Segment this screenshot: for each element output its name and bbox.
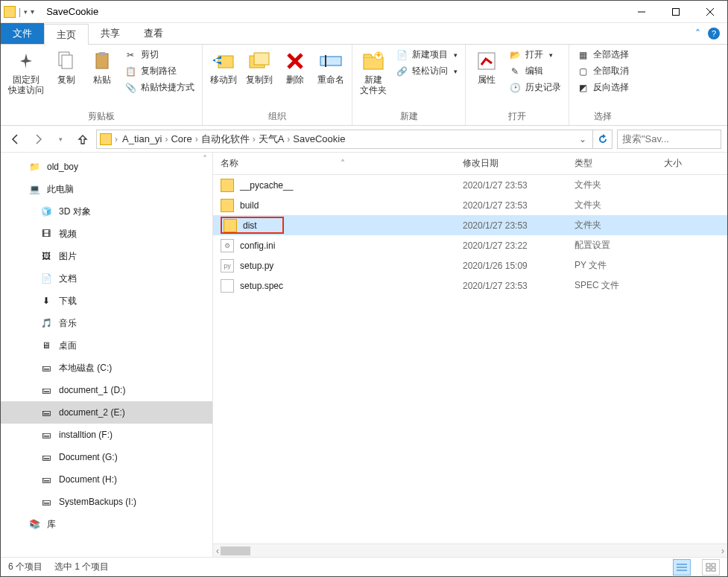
nav-item[interactable]: 🖼图片 [1,245,212,267]
cut-button[interactable]: ✂剪切 [123,48,196,62]
qat-overflow-icon[interactable]: ▾ [31,7,34,16]
selection-count: 选中 1 个项目 [54,561,109,573]
nav-item[interactable]: 🎵音乐 [1,312,212,334]
nav-item[interactable]: 🖴SystemBackups (I:) [1,491,212,513]
nav-item[interactable]: ⬇下载 [1,290,212,312]
new-folder-button[interactable]: ✦ 新建 文件夹 [355,46,391,99]
col-type[interactable]: 类型 [567,157,656,170]
chevron-right-icon[interactable]: › [115,134,118,144]
nav-item[interactable]: 🎞视频 [1,223,212,245]
details-view-button[interactable] [673,559,691,576]
scroll-thumb[interactable] [221,546,250,555]
col-date[interactable]: 修改日期 [455,157,567,170]
nav-pane[interactable]: ˄ 📁old_boy💻此电脑🧊3D 对象🎞视频🖼图片📄文档⬇下载🎵音乐🖥桌面🖴本… [1,153,213,557]
nav-item[interactable]: 📚库 [1,513,212,535]
col-name[interactable]: 名称˄ [213,157,455,170]
dropdown-icon: ▾ [454,51,458,59]
scroll-up-icon[interactable]: ˄ [199,154,211,166]
tab-view[interactable]: 查看 [132,23,175,44]
open-button[interactable]: 📂打开▾ [507,48,563,62]
table-row[interactable]: __pycache__2020/1/27 23:53文件夹 [213,175,727,195]
col-size[interactable]: 大小 [656,157,727,170]
crumb-segment[interactable]: 天气A [256,133,288,144]
move-to-icon [212,49,235,73]
invert-selection-button[interactable]: ◩反向选择 [575,80,630,95]
crumb-segment[interactable]: Core [168,133,194,144]
new-folder-icon: ✦ [361,49,385,73]
svg-rect-27 [712,568,715,571]
table-row[interactable]: dist2020/1/27 23:53文件夹 [213,215,727,235]
forward-button[interactable] [29,130,47,148]
breadcrumb[interactable]: › A_tian_yi›Core›自动化软件›天气A›SaveCookie ⌄ [96,130,593,149]
file-list[interactable]: __pycache__2020/1/27 23:53文件夹build2020/1… [213,175,727,543]
tab-share[interactable]: 共享 [89,23,132,44]
address-dropdown-icon[interactable]: ⌄ [576,134,589,144]
qat-dropdown-icon[interactable]: ▾ [24,8,28,16]
new-item-button[interactable]: 📄新建项目▾ [394,48,459,62]
table-row[interactable]: setup.spec2020/1/27 23:53SPEC 文件 [213,275,727,296]
close-button[interactable] [693,1,727,23]
main-split: ˄ 📁old_boy💻此电脑🧊3D 对象🎞视频🖼图片📄文档⬇下载🎵音乐🖥桌面🖴本… [1,153,727,557]
move-to-button[interactable]: 移动到 [206,46,241,88]
history-button[interactable]: 🕑历史记录 [507,80,563,95]
copy-button[interactable]: 复制 [48,46,84,88]
nav-item[interactable]: 🖴installtion (F:) [1,424,212,446]
ribbon-tabs: 文件 主页 共享 查看 ˄ ? [1,23,727,44]
table-row[interactable]: pysetup.py2020/1/26 15:09PY 文件 [213,255,727,275]
file-date: 2020/1/27 23:53 [455,281,567,291]
refresh-button[interactable] [593,130,613,149]
help-icon[interactable]: ? [708,28,720,39]
nav-item[interactable]: 🖴Document (G:) [1,446,212,468]
table-row[interactable]: ⚙config.ini2020/1/27 23:22配置设置 [213,235,727,255]
thumbnails-view-button[interactable] [702,559,720,576]
back-button[interactable] [7,130,25,148]
scroll-left-icon[interactable]: ‹ [216,546,219,556]
tab-file[interactable]: 文件 [1,23,44,44]
maximize-button[interactable] [659,1,693,23]
nav-item[interactable]: 💻此电脑 [1,178,212,200]
select-all-icon: ▦ [577,49,589,61]
nav-item[interactable]: 📁old_boy [1,156,212,178]
delete-button[interactable]: 删除 [277,46,313,88]
crumb-segment[interactable]: SaveCookie [290,133,348,144]
horizontal-scrollbar[interactable]: ‹ › [213,543,727,557]
nav-item[interactable]: 🖴document_2 (E:) [1,401,212,424]
drive-icon: 🖴 [39,428,53,441]
file-type: 文件夹 [567,179,656,191]
item-count: 6 个项目 [8,561,42,573]
easy-access-button[interactable]: 🔗轻松访问▾ [394,64,459,78]
minimize-button[interactable] [624,1,659,23]
nav-item[interactable]: 🖴Document (H:) [1,468,212,491]
file-name: __pycache__ [240,180,293,191]
recent-locations-button[interactable]: ▾ [51,130,69,148]
paste-shortcut-button[interactable]: 📎粘贴快捷方式 [123,80,196,95]
drive-icon: 🖴 [39,383,53,397]
pin-quickaccess-button[interactable]: 固定到 快速访问 [4,46,48,99]
scroll-right-icon[interactable]: › [721,546,724,556]
copy-path-button[interactable]: 📋复制路径 [123,64,196,78]
nav-item[interactable]: 🖥桌面 [1,334,212,357]
nav-item[interactable]: 🧊3D 对象 [1,200,212,223]
search-box[interactable] [617,130,721,149]
crumb-segment[interactable]: A_tian_yi [119,133,165,144]
nav-item[interactable]: 🖴本地磁盘 (C:) [1,357,212,379]
svg-rect-10 [254,53,269,65]
nav-item[interactable]: 🖴document_1 (D:) [1,379,212,401]
paste-button[interactable]: 粘贴 [84,46,120,88]
edit-button[interactable]: ✎编辑 [507,64,563,78]
up-button[interactable] [74,130,92,148]
select-none-button[interactable]: ▢全部取消 [575,64,630,78]
nav-item[interactable]: 📄文档 [1,267,212,290]
table-row[interactable]: build2020/1/27 23:53文件夹 [213,195,727,215]
select-all-button[interactable]: ▦全部选择 [575,48,630,62]
nav-item-label: 图片 [59,250,77,263]
ribbon-collapse-icon[interactable]: ˄ [695,28,700,39]
tab-home[interactable]: 主页 [44,24,89,45]
search-input[interactable] [622,133,728,144]
copy-to-button[interactable]: 复制到 [241,46,277,88]
svg-rect-26 [706,568,710,571]
rename-button[interactable]: 重命名 [313,46,349,88]
crumb-segment[interactable]: 自动化软件 [198,133,253,144]
lib-icon: 📚 [28,517,41,531]
properties-button[interactable]: 属性 [469,46,504,88]
